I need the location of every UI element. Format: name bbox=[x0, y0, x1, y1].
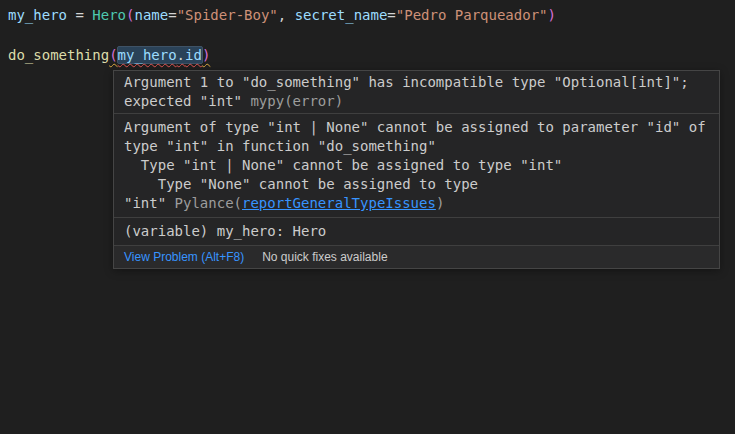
pylance-diagnostic-line: "int" Pylance(reportGeneralTypeIssues) bbox=[124, 194, 709, 213]
hover-status-bar: View Problem (Alt+F8) No quick fixes ava… bbox=[114, 246, 719, 268]
token: "Pedro Parqueador" bbox=[396, 7, 548, 23]
token: (variable) my_hero: Hero bbox=[124, 223, 326, 239]
mypy-diagnostic-line: expected "int" mypy(error) bbox=[124, 92, 709, 111]
token: , bbox=[278, 7, 295, 23]
token: ) bbox=[548, 7, 556, 23]
token: type "int" in function "do_something" bbox=[124, 138, 436, 154]
my-hero-id-highlight[interactable]: my_hero.id bbox=[118, 47, 202, 63]
token: Argument 1 to "do_something" has incompa… bbox=[124, 74, 689, 90]
view-problem-link[interactable]: View Problem (Alt+F8) bbox=[124, 250, 244, 264]
mypy-diagnostic-line: Argument 1 to "do_something" has incompa… bbox=[124, 73, 709, 92]
token: "Spider-Boy" bbox=[177, 7, 278, 23]
token: expected "int" bbox=[124, 93, 250, 109]
token: secret_name bbox=[295, 7, 388, 23]
token: Type "None" cannot be assigned to type bbox=[124, 176, 478, 192]
code-line-2[interactable] bbox=[8, 25, 556, 45]
code-line-3[interactable]: do_something(my_hero.id) bbox=[8, 45, 556, 65]
token: . bbox=[177, 47, 185, 63]
token: ) bbox=[436, 195, 444, 211]
token: ( bbox=[109, 47, 117, 63]
token: = bbox=[67, 7, 92, 23]
token: my_hero bbox=[118, 47, 177, 63]
variable-info-line: (variable) my_hero: Hero bbox=[124, 222, 709, 241]
pylance-error-section: Argument of type "int | None" cannot be … bbox=[114, 114, 719, 218]
token: id bbox=[185, 47, 202, 63]
report-general-type-issues-link[interactable]: reportGeneralTypeIssues bbox=[242, 195, 436, 211]
token: Pylance( bbox=[175, 195, 242, 211]
code-line-1[interactable]: my_hero = Hero(name="Spider-Boy", secret… bbox=[8, 5, 556, 25]
token: "int" bbox=[124, 195, 175, 211]
token: Hero bbox=[92, 7, 126, 23]
pylance-diagnostic-line: Type "int | None" cannot be assigned to … bbox=[124, 156, 709, 175]
mypy-error-section: Argument 1 to "do_something" has incompa… bbox=[114, 71, 719, 114]
token: = bbox=[168, 7, 176, 23]
token: mypy(error) bbox=[250, 93, 343, 109]
pylance-diagnostic-line: Argument of type "int | None" cannot be … bbox=[124, 118, 709, 137]
token: my_hero bbox=[8, 7, 67, 23]
code-editor[interactable]: my_hero = Hero(name="Spider-Boy", secret… bbox=[8, 5, 556, 65]
token: = bbox=[387, 7, 395, 23]
token: name bbox=[134, 7, 168, 23]
token: Argument of type "int | None" cannot be … bbox=[124, 119, 706, 135]
token: Type "int | None" cannot be assigned to … bbox=[124, 157, 562, 173]
pylance-diagnostic-line: Type "None" cannot be assigned to type bbox=[124, 175, 709, 194]
variable-info-section: (variable) my_hero: Hero bbox=[114, 218, 719, 246]
no-quick-fixes-text: No quick fixes available bbox=[262, 250, 387, 264]
token: ) bbox=[202, 47, 210, 63]
error-hover-tooltip: Argument 1 to "do_something" has incompa… bbox=[113, 70, 720, 269]
token: do_something bbox=[8, 47, 109, 63]
pylance-diagnostic-line: type "int" in function "do_something" bbox=[124, 137, 709, 156]
